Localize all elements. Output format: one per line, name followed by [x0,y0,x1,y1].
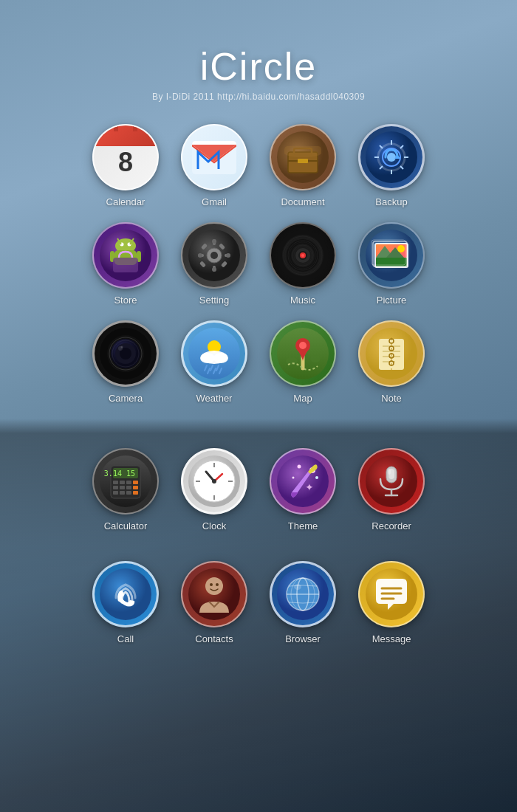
svg-point-126 [212,479,216,484]
app-theme[interactable]: ✦ Theme [270,448,336,531]
app-note[interactable]: Note [358,320,425,404]
app-subtitle: By I-DiDi 2011 http://hi.baidu.com/hasad… [152,92,365,102]
app-header: iCircle By I-DiDi 2011 http://hi.baidu.c… [152,44,365,102]
svg-rect-113 [133,486,138,489]
svg-point-42 [226,253,230,258]
document-label: Document [281,196,324,207]
svg-rect-106 [113,481,118,484]
clock-label: Clock [202,520,227,531]
svg-point-63 [397,245,405,252]
svg-point-89 [286,357,298,365]
calendar-label: Calendar [106,196,145,207]
backup-label: Backup [375,196,407,207]
app-backup[interactable]: Backup [358,124,425,207]
svg-point-132 [292,477,295,479]
app-message[interactable]: Message [358,561,425,797]
svg-point-50 [301,254,304,257]
app-setting[interactable]: Setting [181,222,247,306]
app-document[interactable]: Document [270,124,336,207]
setting-label: Setting [199,295,229,306]
svg-rect-111 [120,486,125,489]
recorder-label: Recorder [372,520,411,531]
app-gmail[interactable]: Gmail [181,124,247,207]
svg-point-90 [310,355,321,362]
svg-point-130 [298,465,301,469]
app-picture[interactable]: Picture [358,222,425,306]
app-row-3: Camera [92,320,425,404]
calculator-label: Calculator [104,520,148,531]
svg-point-142 [205,577,223,595]
svg-point-39 [212,239,216,244]
app-row-2: Store [92,222,425,306]
note-label: Note [381,393,401,404]
svg-point-30 [210,252,218,259]
app-contacts[interactable]: Contacts [181,561,247,797]
app-call[interactable]: Call [92,561,159,797]
svg-point-41 [198,253,202,258]
app-weather[interactable]: Weather [181,320,247,404]
camera-label: Camera [109,393,143,404]
svg-rect-107 [120,481,125,484]
svg-rect-110 [113,486,118,489]
svg-point-78 [200,353,215,363]
picture-label: Picture [377,295,406,306]
svg-point-139 [388,469,391,475]
app-row-1: 8 Calendar Gmail [92,124,425,207]
svg-rect-115 [120,491,125,495]
svg-rect-108 [126,481,131,484]
svg-rect-112 [126,486,131,489]
svg-text:3.14 15: 3.14 15 [104,469,135,478]
svg-rect-116 [126,491,131,495]
svg-rect-4 [298,159,308,163]
theme-label: Theme [288,520,318,531]
call-label: Call [117,633,134,644]
weather-label: Weather [196,393,233,404]
app-row-5: Call [92,561,425,797]
svg-rect-114 [113,491,118,495]
svg-point-88 [299,342,307,349]
contacts-label: Contacts [195,633,233,644]
svg-point-140 [100,568,151,620]
svg-point-8 [387,153,396,162]
app-browser[interactable]: Browser [270,561,336,797]
gmail-label: Gmail [202,196,227,207]
svg-point-40 [212,267,216,272]
browser-label: Browser [285,633,321,644]
app-map[interactable]: Map [270,320,336,404]
svg-point-131 [315,476,318,479]
svg-rect-117 [133,491,138,495]
app-calculator[interactable]: 3.14 15 Calculator [92,448,159,531]
app-row-4: 3.14 15 Calculator [92,448,425,531]
svg-point-72 [121,346,123,348]
svg-rect-27 [113,258,138,272]
music-label: Music [290,295,315,306]
app-music[interactable]: Music [270,222,336,306]
map-label: Map [293,393,312,404]
message-label: Message [372,633,411,644]
app-clock[interactable]: Clock [181,448,247,531]
app-title: iCircle [152,44,365,89]
app-calendar[interactable]: 8 Calendar [92,124,159,207]
svg-rect-109 [133,481,138,484]
svg-text:✦: ✦ [305,481,314,493]
svg-point-143 [210,583,213,586]
app-store[interactable]: Store [92,222,159,306]
app-camera[interactable]: Camera [92,320,159,404]
svg-point-144 [216,583,219,586]
app-recorder[interactable]: Recorder [358,448,425,531]
svg-point-150 [294,584,301,590]
svg-point-79 [213,353,228,363]
store-label: Store [114,295,137,306]
